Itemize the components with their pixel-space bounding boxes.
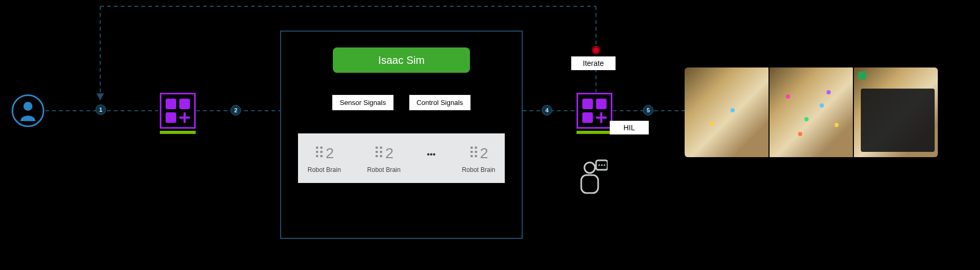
- robot-brain-panel: ⠿2 Robot Brain ⠿2 Robot Brain ••• ⠿2 Rob…: [298, 133, 505, 183]
- robot-brain-item: ⠿2 Robot Brain: [462, 146, 495, 173]
- robot-brain-label: Robot Brain: [367, 166, 400, 173]
- robot-brain-label: Robot Brain: [308, 166, 341, 173]
- svg-point-9: [584, 162, 595, 173]
- overlay-panel: [861, 89, 935, 152]
- ellipsis: •••: [427, 150, 436, 159]
- svg-point-14: [603, 164, 605, 166]
- hil-label: HIL: [610, 121, 649, 134]
- user-icon: [12, 94, 44, 127]
- preview-cell: [854, 68, 938, 157]
- omniverse-extension-icon: [160, 93, 196, 129]
- record-icon: [592, 46, 600, 54]
- simulation-preview-panels: [685, 68, 938, 157]
- step-badge-5: 5: [643, 105, 654, 115]
- robot-brain-item: ⠿2 Robot Brain: [367, 146, 400, 173]
- control-signals-label: Control Signals: [409, 95, 470, 110]
- ros2-icon: ⠿2: [367, 146, 400, 161]
- signal-row: Sensor Signals Control Signals: [332, 95, 470, 110]
- preview-cell: [685, 68, 768, 157]
- isaac-sim-container: Isaac Sim Sensor Signals Control Signals…: [280, 31, 523, 239]
- isaac-sim-title: Isaac Sim: [333, 47, 470, 73]
- sensor-signals-label: Sensor Signals: [332, 95, 393, 110]
- svg-point-12: [598, 164, 600, 166]
- robot-brain-label: Robot Brain: [462, 166, 495, 173]
- human-in-loop-icon: [576, 159, 608, 197]
- ros2-icon: ⠿2: [462, 146, 495, 161]
- svg-point-8: [24, 102, 33, 111]
- step-badge-1: 1: [95, 104, 106, 115]
- svg-point-13: [601, 164, 602, 166]
- preview-cell: [770, 68, 853, 157]
- robot-brain-item: ⠿2 Robot Brain: [308, 146, 341, 173]
- svg-rect-10: [581, 175, 598, 193]
- step-badge-2: 2: [230, 105, 241, 115]
- omniverse-extension-icon: [577, 93, 612, 129]
- step-badge-4: 4: [542, 105, 552, 115]
- overlay-status-bar: [858, 72, 866, 80]
- iterate-label: Iterate: [571, 56, 616, 70]
- ros2-icon: ⠿2: [308, 146, 341, 161]
